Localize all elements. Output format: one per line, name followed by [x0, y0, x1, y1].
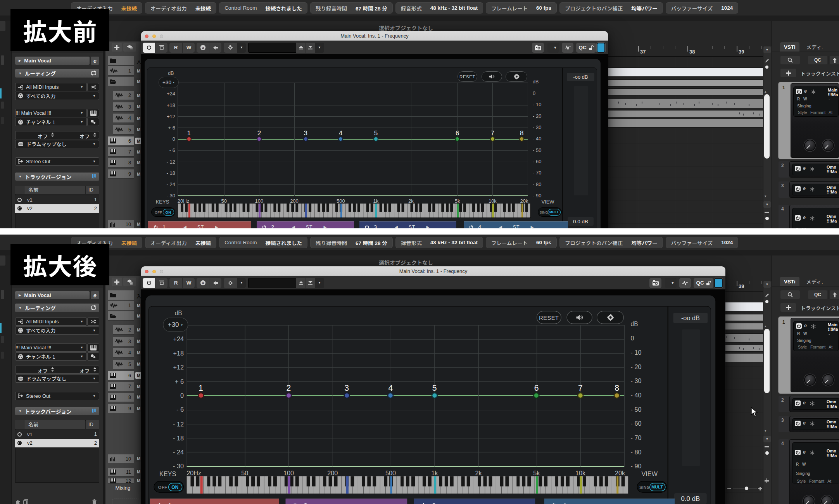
previous-preset-button[interactable]	[296, 278, 306, 288]
track-preset-button[interactable]	[123, 43, 136, 52]
instrument-slot[interactable]: 2eOmn!!!Ma	[779, 396, 839, 412]
collapse-panel-button[interactable]	[830, 56, 839, 64]
scrollbar-thumb[interactable]	[764, 329, 770, 393]
preset-name-field[interactable]	[248, 278, 296, 288]
inspector-header-routing[interactable]: ▼ルーティング	[15, 69, 99, 78]
read-button[interactable]: R	[797, 97, 800, 101]
status-chip[interactable]: 録音形式48 kHz - 32 bit float	[395, 237, 483, 248]
activate-button[interactable]	[143, 278, 155, 288]
write-button[interactable]: W	[803, 331, 807, 336]
mixing-zone-tab[interactable]: Mixing	[109, 485, 136, 491]
preset-menu-button[interactable]: ▼	[237, 43, 246, 53]
eq-band-handle[interactable]	[257, 136, 262, 142]
output-channel-select[interactable]: チャンネル 1▼	[15, 352, 87, 361]
preset-menu-button[interactable]: ▼	[237, 278, 246, 288]
eq-band-handle[interactable]	[303, 136, 308, 142]
instrument-power-button[interactable]	[795, 421, 801, 426]
eq-band-handle[interactable]	[344, 392, 350, 399]
tab-vsti[interactable]: VSTi	[780, 277, 799, 286]
vertical-zoom-slider[interactable]	[765, 451, 769, 455]
status-chip[interactable]: オーディオ出力未接続	[145, 237, 216, 248]
read-button[interactable]: R	[797, 331, 800, 336]
instrument-power-button[interactable]	[795, 215, 801, 221]
instrument-slot[interactable]: 3eOmn!!!Ma	[779, 416, 839, 432]
band-strip[interactable]: 2◀ST▶	[286, 499, 407, 504]
view-toggle[interactable]: SINGMULT	[538, 207, 562, 217]
drum-editor-button[interactable]	[87, 118, 99, 126]
search-button[interactable]	[780, 290, 800, 299]
scroll-down-button[interactable]: ▼	[763, 281, 771, 288]
read-button[interactable]: R	[796, 228, 799, 228]
horizontal-zoom-slider[interactable]	[745, 487, 748, 490]
open-instrument-button[interactable]	[87, 343, 99, 352]
piano-keyboard[interactable]	[186, 476, 628, 494]
instrument-slot[interactable]: 2eOmn!!!Ma	[779, 161, 839, 178]
input-routing-select[interactable]: All MIDI Inputs▼	[15, 318, 87, 326]
status-chip[interactable]: フレームレート60 fps	[486, 2, 557, 14]
activate-button[interactable]	[143, 43, 155, 53]
band-strip[interactable]: 3◀ST▶	[359, 221, 456, 228]
reset-button[interactable]: RESET	[537, 311, 561, 324]
band-strip[interactable]: 1◀ST▶	[150, 499, 279, 504]
piano-keyboard[interactable]	[177, 204, 531, 218]
instrument-power-button[interactable]	[796, 89, 802, 94]
settings-button[interactable]	[506, 71, 527, 82]
quick-control-knob[interactable]	[803, 495, 815, 504]
input-transformer-button[interactable]	[87, 318, 99, 326]
preset-browser-button[interactable]	[224, 278, 237, 288]
instrument-edit-button[interactable]: e	[803, 449, 806, 455]
switch-ab-button[interactable]: a	[197, 43, 209, 53]
add-track-button[interactable]	[112, 278, 122, 286]
scroll-page-down-button[interactable]: ▼	[763, 436, 771, 442]
instrument-edit-button[interactable]: e	[803, 215, 806, 220]
instrument-edit-button[interactable]: e	[804, 88, 807, 94]
preset-dropdown-button[interactable]: ▼	[315, 43, 324, 53]
status-chip[interactable]: 残り録音時間67 時間 28 分	[310, 2, 393, 14]
status-chip[interactable]: Control Room接続されました	[219, 2, 307, 14]
tab-vsti[interactable]: VSTi	[780, 42, 799, 52]
drum-map-select[interactable]: ドラムマップなし▼	[15, 375, 99, 383]
focus-indicator[interactable]	[714, 278, 723, 288]
preset-name-field[interactable]	[248, 43, 296, 53]
instrument-slot[interactable]: 3eOmn!!!Ma	[779, 181, 839, 198]
range-selector[interactable]: +30▼	[159, 77, 179, 88]
qc-button[interactable]: QC	[808, 56, 827, 64]
write-automation-button[interactable]: W	[183, 43, 195, 53]
eq-band-handle[interactable]	[285, 392, 292, 399]
quick-controls-button[interactable]: QC	[576, 43, 596, 53]
input-channel-select[interactable]: すべての入力▼	[15, 92, 99, 100]
instrument-edit-button[interactable]: e	[803, 420, 806, 426]
eq-band-handle[interactable]	[198, 392, 204, 399]
snapshot-button[interactable]	[649, 278, 661, 288]
output-routing-select[interactable]: !!! Main Vocal !!!▼	[15, 109, 87, 117]
eq-band-handle[interactable]	[432, 392, 438, 399]
instrument-slot[interactable]: 1eMain!!!MaRW-SingingStyle Formant At	[779, 317, 839, 394]
drum-editor-button[interactable]	[87, 352, 99, 361]
instrument-slot[interactable]: 4eOmn!!!MaRW-SingingStyle Formant At	[779, 205, 839, 228]
bank-program-row[interactable]: オフオフ	[15, 131, 99, 139]
snapshot-menu-button[interactable]: ▼	[547, 43, 559, 53]
instrument-power-button[interactable]	[795, 166, 801, 171]
status-chip[interactable]: プロジェクトのパン補正均等パワー	[559, 237, 663, 248]
view-toggle[interactable]: SINGMULT	[637, 481, 667, 493]
drum-map-select[interactable]: ドラムマップなし▼	[15, 140, 99, 148]
eq-band-handle[interactable]	[186, 136, 192, 142]
snapshot-button[interactable]	[532, 43, 544, 53]
preset-browser-button[interactable]	[224, 43, 237, 53]
add-instrument-button[interactable]	[780, 303, 796, 312]
next-preset-button[interactable]	[306, 43, 315, 53]
band-strip[interactable]: 3◀ST▶	[414, 499, 535, 504]
vertical-zoom-slider[interactable]	[765, 217, 769, 220]
track-row[interactable]	[108, 290, 134, 300]
instrument-edit-button[interactable]: e	[803, 186, 806, 191]
output-bus-select[interactable]: Stereo Out▼	[15, 392, 99, 400]
keys-toggle[interactable]: OFFON	[151, 207, 175, 217]
search-button[interactable]	[780, 56, 800, 64]
audition-button[interactable]	[482, 71, 502, 82]
instrument-slot[interactable]: 1eMain!!!MaRW-SingingStyle Formant At	[779, 82, 839, 159]
input-routing-select[interactable]: All MIDI Inputs▼	[15, 83, 87, 91]
instrument-edit-button[interactable]: e	[803, 400, 806, 406]
track-version-row[interactable]: v11	[15, 195, 99, 204]
track-row[interactable]	[108, 77, 134, 86]
output-channel-select[interactable]: チャンネル 1▼	[15, 118, 87, 126]
